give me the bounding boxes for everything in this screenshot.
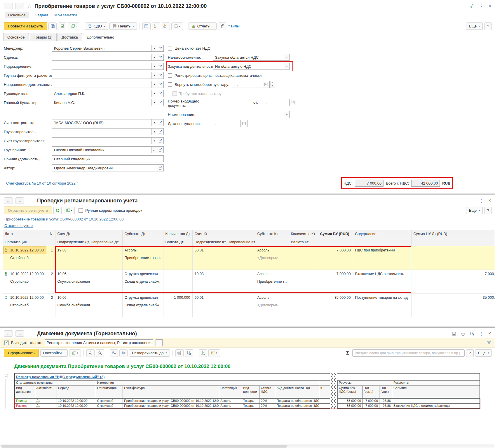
dropdown-button[interactable]: ▾ [151,54,157,61]
nav-notes[interactable]: Мои заметки [54,13,77,17]
select-registers-button[interactable]: ... [156,339,163,346]
print-button[interactable]: Печать▾ [109,22,137,30]
checkbox-register-supplier-prices[interactable]: Регистрировать цены поставщика автоматич… [168,72,355,79]
open-button[interactable] [157,45,164,52]
dropdown-button[interactable]: ▾ [151,119,157,126]
open-button[interactable] [157,128,164,135]
open-button[interactable] [157,63,164,70]
select-button[interactable]: ... [151,146,157,153]
send-email-button[interactable]: ▾ [208,349,220,357]
save-button[interactable] [48,22,57,30]
reflect-in-accounting-button[interactable]: Отразить в регл. учете [4,206,52,214]
open-button[interactable] [157,90,164,97]
create-based-on-button[interactable]: ▾ [171,22,183,30]
accepted-position-input[interactable]: Старший кладовщик [52,155,164,162]
window-menu-icon[interactable]: ⋮ [479,198,484,204]
expand-to-button[interactable]: Разворачивать до▾ [129,349,170,357]
tab-additional[interactable]: Дополнительно [83,33,118,41]
incoming-number-input[interactable] [213,99,251,106]
open-button[interactable] [157,119,164,126]
head-input[interactable]: Александров П.К. [52,90,151,97]
dropdown-button[interactable]: ▾ [151,90,157,97]
dropdown-button[interactable]: ▾ [284,111,290,118]
open-button[interactable] [157,164,164,171]
fin-group-input[interactable] [52,72,151,79]
more-button[interactable]: Еще▾ [466,207,483,214]
dtkt-postings-button[interactable]: ДтКт [152,22,160,30]
window-menu-icon[interactable]: ⋮ [479,4,484,9]
horizontal-scrollbar[interactable] [0,444,495,448]
find-next-button[interactable] [96,349,104,357]
tab-main[interactable]: Основное [3,33,29,41]
manager-input[interactable]: Королев Сергей Васильевич [52,45,151,52]
reports-button[interactable]: Отчеты▾ [189,22,217,30]
preview-button[interactable] [185,349,193,357]
open-button[interactable] [157,54,164,61]
postings-document-link[interactable]: Приобретение товаров и услуг СБ00-000002… [4,217,124,221]
dropdown-button[interactable]: ▾ [151,63,157,70]
more-button[interactable]: Еще▾ [475,349,492,357]
reflected-status-link[interactable]: Отражен в учете [4,224,33,228]
sort-desc-button[interactable] [119,349,128,357]
chief-accountant-input[interactable]: Кислов А.С. [52,99,151,106]
date-spinner[interactable]: ▲▼ [271,81,275,88]
cargo-accepted-input[interactable]: Гнесин Николай Николаевич [52,146,151,153]
tab-goods[interactable]: Товары (1) [30,33,57,41]
export-button[interactable] [199,349,207,357]
dropdown-button[interactable]: ▾ [151,72,157,79]
taxation-input[interactable]: Закупка облагается НДС [213,54,284,61]
register-link[interactable]: Регистр накопления "НДС предъявленный" (… [16,375,104,379]
get-link-icon[interactable] [470,4,474,8]
activity-direction-input[interactable] [52,81,151,88]
close-icon[interactable]: × [488,3,491,9]
edo-button[interactable]: ЭДО▾ [85,22,108,30]
sum-icon[interactable]: Σ [346,350,349,356]
checkbox-manual-correction[interactable]: Ручная корректировка проводок [79,207,142,214]
help-button[interactable]: ? [484,22,492,30]
shipper-account-input[interactable] [52,137,151,144]
forward-button[interactable]: → [15,197,24,204]
dropdown-button[interactable]: ▾ [151,45,157,52]
help-button[interactable]: ? [484,207,492,214]
back-button[interactable]: ← [4,330,13,337]
forward-button[interactable]: → [15,330,24,337]
favorite-star-icon[interactable]: ☆ [27,3,32,9]
open-button[interactable] [157,81,164,88]
back-button[interactable]: ← [4,3,13,9]
open-button[interactable] [157,99,164,106]
more-button[interactable]: Еще▾ [466,22,483,30]
close-icon[interactable]: × [488,331,491,336]
dropdown-button[interactable]: ▾ [284,54,290,61]
save-button[interactable] [452,331,456,336]
deal-input[interactable] [52,54,151,61]
incoming-date-input[interactable]: . . [261,99,290,106]
forward-button[interactable]: → [15,3,24,9]
window-menu-icon[interactable]: ⋮ [479,331,484,336]
nav-main[interactable]: Основное [5,12,29,18]
post-and-close-button[interactable]: Провести и закрыть [4,22,47,30]
files-link[interactable]: Файлы [228,24,240,28]
incoming-name-input[interactable] [213,111,284,118]
sort-asc-button[interactable] [110,349,118,357]
receipt-date-input[interactable]: . . [213,120,241,127]
filter-search-input[interactable] [352,349,465,357]
posting-date-cell[interactable]: ДтКт10.10.2022 12:00:00 [5,270,45,278]
settings-button[interactable]: Настройки... [40,349,68,357]
tare-date-input[interactable]: . . [232,81,263,88]
dropdown-button[interactable]: ▾ [284,63,290,70]
dropdown-button[interactable]: ▾ [151,81,157,88]
posting-row-3[interactable]: ДтКт10.10.2022 12:00:00Стройснаб 3 10.06… [3,293,495,317]
posting-date-cell[interactable]: ДтКт10.10.2022 12:00:00 [5,294,45,301]
filter-icon[interactable] [487,341,491,345]
movement-row-income[interactable]: Приход Да 10.10.2022 12:00:00 Стройснаб … [15,398,480,403]
counterparty-account-input[interactable]: "МБА-МОСКВА" ООО (RUB) [52,119,151,126]
dropdown-button[interactable]: ▾ [151,99,157,106]
open-button[interactable] [157,72,164,79]
find-button[interactable] [86,349,95,357]
author-input[interactable]: Орлов Александр Владимирович [52,164,157,171]
open-button[interactable] [157,146,164,153]
post-document-button[interactable] [58,22,66,30]
nav-tasks[interactable]: Задачи [35,13,48,17]
checkbox-return-tare[interactable]: Вернуть многооборотную тару: [168,81,229,88]
division-input[interactable] [52,63,151,70]
